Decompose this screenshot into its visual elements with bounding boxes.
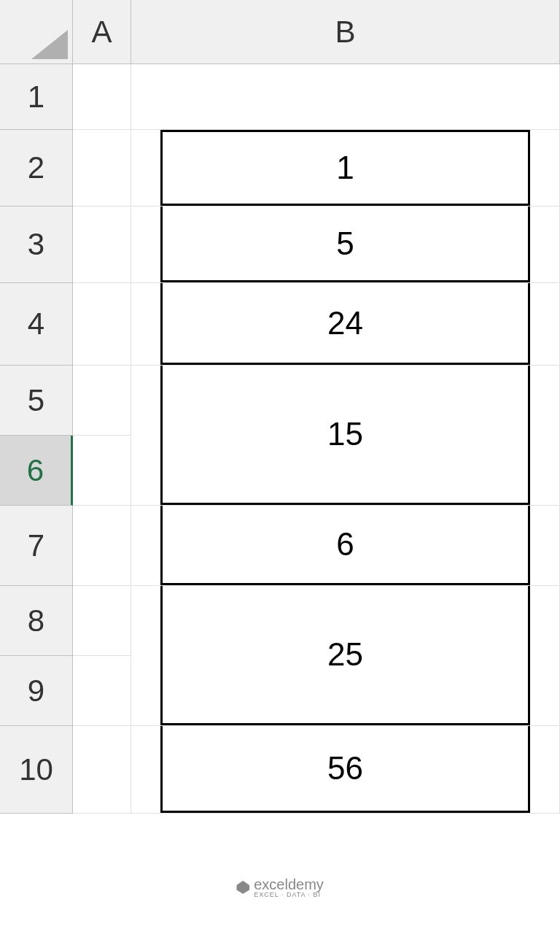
row-header-5[interactable]: 5 [0, 366, 73, 436]
row-header-10[interactable]: 10 [0, 726, 73, 814]
column-header-b[interactable]: B [131, 0, 560, 64]
cell-value: 56 [160, 726, 530, 813]
column-header-a[interactable]: A [73, 0, 131, 64]
cell-a6[interactable] [73, 436, 131, 506]
watermark-name: exceldemy [254, 876, 324, 892]
cell-b7[interactable]: 6 [131, 506, 560, 586]
cell-b5-b6-merged[interactable]: 15 [131, 366, 560, 506]
cell-value: 1 [160, 130, 530, 206]
cell-a2[interactable] [73, 130, 131, 206]
cell-b1[interactable] [131, 64, 560, 130]
cell-b8-b9-merged[interactable]: 25 [131, 586, 560, 726]
row-header-7[interactable]: 7 [0, 506, 73, 586]
cell-b2[interactable]: 1 [131, 130, 560, 206]
cell-value: 24 [160, 283, 530, 365]
cell-a1[interactable] [73, 64, 131, 130]
cell-b10[interactable]: 56 [131, 726, 560, 814]
row-header-2[interactable]: 2 [0, 130, 73, 206]
select-all-corner[interactable] [0, 0, 73, 64]
cell-a10[interactable] [73, 726, 131, 814]
watermark: exceldemy EXCEL · DATA · BI [236, 876, 324, 898]
row-header-1[interactable]: 1 [0, 64, 73, 130]
cell-a7[interactable] [73, 506, 131, 586]
cell-b3[interactable]: 5 [131, 206, 560, 283]
cell-value: 5 [160, 206, 530, 282]
row-header-3[interactable]: 3 [0, 206, 73, 283]
cell-a8[interactable] [73, 586, 131, 656]
cell-a3[interactable] [73, 206, 131, 283]
cell-a9[interactable] [73, 656, 131, 726]
row-header-9[interactable]: 9 [0, 656, 73, 726]
spreadsheet-grid: A B 1 2 1 3 5 4 24 5 15 6 7 6 8 25 9 10 [0, 0, 560, 814]
cell-value: 15 [160, 366, 530, 505]
cell-value: 6 [160, 506, 530, 585]
cell-b4[interactable]: 24 [131, 283, 560, 366]
cell-value: 25 [160, 586, 530, 725]
cell-a5[interactable] [73, 366, 131, 436]
row-header-4[interactable]: 4 [0, 283, 73, 366]
row-header-8[interactable]: 8 [0, 586, 73, 656]
watermark-tagline: EXCEL · DATA · BI [254, 891, 324, 898]
cell-a4[interactable] [73, 283, 131, 366]
watermark-icon [236, 881, 249, 894]
row-header-6[interactable]: 6 [0, 436, 73, 506]
